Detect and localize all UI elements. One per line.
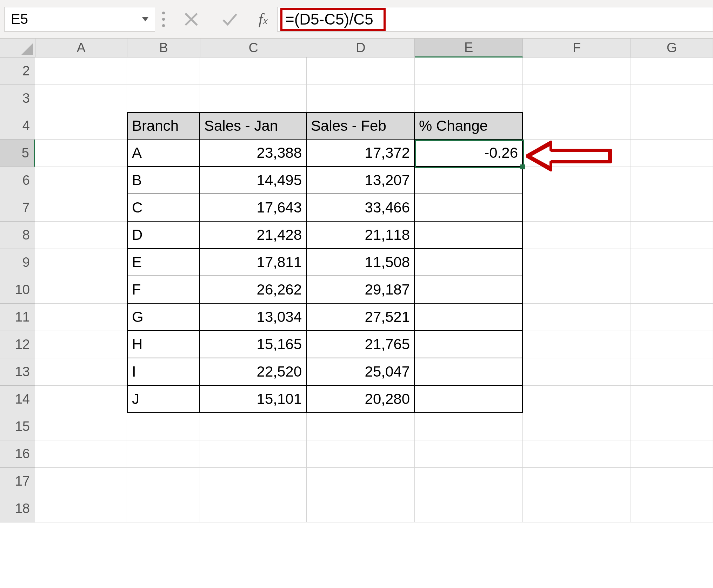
table-cell[interactable]: A bbox=[127, 140, 200, 167]
cell[interactable] bbox=[35, 194, 127, 222]
cell[interactable] bbox=[631, 413, 713, 440]
cell[interactable] bbox=[523, 194, 631, 222]
row-header[interactable]: 14 bbox=[0, 386, 35, 413]
fx-icon[interactable]: fx bbox=[249, 10, 277, 28]
table-cell[interactable]: 25,047 bbox=[307, 358, 415, 386]
table-cell[interactable]: 27,521 bbox=[307, 304, 415, 331]
cell[interactable] bbox=[35, 112, 127, 140]
table-cell[interactable]: 21,118 bbox=[307, 222, 415, 249]
table-cell[interactable]: 13,034 bbox=[200, 304, 307, 331]
cell[interactable] bbox=[631, 276, 713, 304]
cell[interactable] bbox=[415, 413, 523, 440]
cell[interactable] bbox=[523, 468, 631, 495]
cell[interactable] bbox=[35, 222, 127, 249]
cell[interactable] bbox=[35, 140, 127, 167]
active-cell[interactable]: -0.26 bbox=[415, 140, 523, 167]
table-cell[interactable]: 22,520 bbox=[200, 358, 307, 386]
cell[interactable] bbox=[631, 468, 713, 495]
cell[interactable] bbox=[35, 331, 127, 358]
select-all-corner[interactable] bbox=[0, 39, 35, 58]
cell[interactable] bbox=[631, 194, 713, 222]
worksheet[interactable]: A B C D E F G 2 3 4 Branch Sales - Jan S… bbox=[0, 39, 713, 522]
row-header[interactable]: 3 bbox=[0, 85, 35, 112]
table-cell[interactable] bbox=[415, 167, 523, 194]
cell[interactable] bbox=[127, 440, 200, 468]
cell[interactable] bbox=[415, 58, 523, 85]
cell[interactable] bbox=[523, 304, 631, 331]
cell[interactable] bbox=[200, 58, 307, 85]
table-cell[interactable]: 29,187 bbox=[307, 276, 415, 304]
table-cell[interactable]: 26,262 bbox=[200, 276, 307, 304]
table-cell[interactable]: 17,372 bbox=[307, 140, 415, 167]
cell[interactable] bbox=[631, 58, 713, 85]
row-header[interactable]: 10 bbox=[0, 276, 35, 304]
cell[interactable] bbox=[523, 140, 631, 167]
table-cell[interactable] bbox=[415, 304, 523, 331]
cell[interactable] bbox=[307, 58, 415, 85]
cell[interactable] bbox=[631, 140, 713, 167]
table-cell[interactable]: 20,280 bbox=[307, 386, 415, 413]
table-cell[interactable]: J bbox=[127, 386, 200, 413]
table-cell[interactable]: 21,765 bbox=[307, 331, 415, 358]
cell[interactable] bbox=[415, 495, 523, 522]
cell[interactable] bbox=[35, 495, 127, 522]
table-cell[interactable]: 15,165 bbox=[200, 331, 307, 358]
cell[interactable] bbox=[127, 413, 200, 440]
column-header-E[interactable]: E bbox=[415, 39, 523, 58]
cell[interactable] bbox=[415, 440, 523, 468]
table-cell[interactable] bbox=[415, 331, 523, 358]
cell[interactable] bbox=[200, 495, 307, 522]
cell[interactable] bbox=[631, 304, 713, 331]
cell[interactable] bbox=[631, 249, 713, 276]
cell[interactable] bbox=[631, 358, 713, 386]
row-header[interactable]: 12 bbox=[0, 331, 35, 358]
table-cell[interactable]: 15,101 bbox=[200, 386, 307, 413]
table-cell[interactable]: 11,508 bbox=[307, 249, 415, 276]
cell[interactable] bbox=[523, 413, 631, 440]
table-cell[interactable]: E bbox=[127, 249, 200, 276]
table-cell[interactable] bbox=[415, 276, 523, 304]
cell[interactable] bbox=[127, 468, 200, 495]
cell[interactable] bbox=[35, 468, 127, 495]
cell[interactable] bbox=[200, 440, 307, 468]
row-header[interactable]: 7 bbox=[0, 194, 35, 222]
table-cell[interactable]: D bbox=[127, 222, 200, 249]
name-box[interactable]: E5 bbox=[4, 7, 155, 32]
table-cell[interactable]: 17,643 bbox=[200, 194, 307, 222]
cell[interactable] bbox=[415, 468, 523, 495]
cell[interactable] bbox=[631, 440, 713, 468]
table-cell[interactable]: 13,207 bbox=[307, 167, 415, 194]
table-cell[interactable] bbox=[415, 194, 523, 222]
cell[interactable] bbox=[523, 331, 631, 358]
cell[interactable] bbox=[35, 440, 127, 468]
row-header[interactable]: 16 bbox=[0, 440, 35, 468]
cell[interactable] bbox=[35, 413, 127, 440]
cell[interactable] bbox=[35, 85, 127, 112]
cell[interactable] bbox=[200, 413, 307, 440]
table-cell[interactable]: H bbox=[127, 331, 200, 358]
cell[interactable] bbox=[523, 85, 631, 112]
cell[interactable] bbox=[35, 167, 127, 194]
table-cell[interactable] bbox=[415, 222, 523, 249]
cell[interactable] bbox=[307, 468, 415, 495]
row-header[interactable]: 9 bbox=[0, 249, 35, 276]
cell[interactable] bbox=[523, 167, 631, 194]
table-cell[interactable]: B bbox=[127, 167, 200, 194]
cell[interactable] bbox=[631, 112, 713, 140]
table-cell[interactable]: F bbox=[127, 276, 200, 304]
row-header[interactable]: 11 bbox=[0, 304, 35, 331]
table-header[interactable]: % Change bbox=[415, 112, 523, 140]
row-header[interactable]: 2 bbox=[0, 58, 35, 85]
cell[interactable] bbox=[127, 58, 200, 85]
cell[interactable] bbox=[523, 276, 631, 304]
table-cell[interactable]: C bbox=[127, 194, 200, 222]
table-cell[interactable] bbox=[415, 386, 523, 413]
row-header[interactable]: 13 bbox=[0, 358, 35, 386]
cell[interactable] bbox=[523, 58, 631, 85]
row-header[interactable]: 17 bbox=[0, 468, 35, 495]
cell[interactable] bbox=[631, 167, 713, 194]
cell[interactable] bbox=[35, 249, 127, 276]
row-header[interactable]: 18 bbox=[0, 495, 35, 522]
cell[interactable] bbox=[415, 85, 523, 112]
table-header[interactable]: Sales - Feb bbox=[307, 112, 415, 140]
